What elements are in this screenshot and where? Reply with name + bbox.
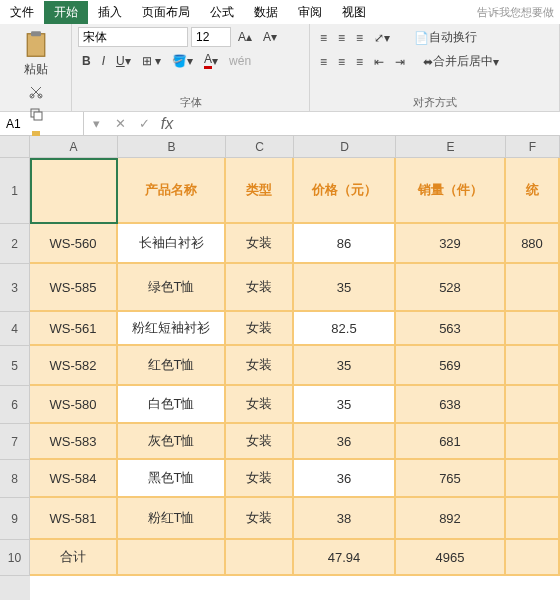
cancel-icon[interactable]: ✕ [108, 116, 132, 131]
fill-color-button[interactable]: 🪣▾ [168, 52, 197, 70]
cell[interactable]: WS-580 [30, 386, 118, 424]
cell[interactable]: WS-583 [30, 424, 118, 460]
border-button[interactable]: ⊞ ▾ [138, 52, 165, 70]
row-header[interactable]: 1 [0, 158, 30, 224]
row-header[interactable]: 3 [0, 264, 30, 312]
tab-view[interactable]: 视图 [332, 1, 376, 24]
cell[interactable] [506, 460, 560, 498]
col-header[interactable]: A [30, 136, 118, 158]
tab-formula[interactable]: 公式 [200, 1, 244, 24]
align-left-button[interactable]: ≡ [316, 53, 331, 71]
row-header[interactable]: 8 [0, 460, 30, 498]
underline-button[interactable]: U ▾ [112, 52, 135, 70]
cell[interactable]: 82.5 [294, 312, 396, 346]
cell[interactable]: 528 [396, 264, 506, 312]
cell[interactable] [118, 540, 226, 576]
cell[interactable]: WS-561 [30, 312, 118, 346]
row-header[interactable]: 6 [0, 386, 30, 424]
row-header[interactable]: 2 [0, 224, 30, 264]
cell[interactable] [506, 386, 560, 424]
cell[interactable] [226, 540, 294, 576]
cell[interactable] [506, 498, 560, 540]
phonetic-button[interactable]: wén [225, 52, 255, 70]
cell[interactable]: 563 [396, 312, 506, 346]
font-size-select[interactable]: 12 [191, 27, 231, 47]
indent-inc-button[interactable]: ⇥ [391, 53, 409, 71]
cell[interactable] [506, 264, 560, 312]
header-cell[interactable]: 类型 [226, 158, 294, 224]
cell[interactable]: 38 [294, 498, 396, 540]
cell[interactable]: 36 [294, 460, 396, 498]
merge-center-button[interactable]: ⬌合并后居中▾ [419, 51, 503, 72]
header-cell[interactable] [30, 158, 118, 224]
fx-icon[interactable]: fx [156, 115, 178, 133]
tab-insert[interactable]: 插入 [88, 1, 132, 24]
cell[interactable]: 35 [294, 264, 396, 312]
tab-layout[interactable]: 页面布局 [132, 1, 200, 24]
cell[interactable]: WS-585 [30, 264, 118, 312]
tab-home[interactable]: 开始 [44, 1, 88, 24]
cell[interactable]: 86 [294, 224, 396, 264]
orientation-button[interactable]: ⤢▾ [370, 29, 394, 47]
wrap-text-button[interactable]: 📄自动换行 [410, 27, 481, 48]
cell[interactable]: 长袖白衬衫 [118, 224, 226, 264]
cell[interactable]: WS-582 [30, 346, 118, 386]
header-cell[interactable]: 统 [506, 158, 560, 224]
cell[interactable]: 粉红短袖衬衫 [118, 312, 226, 346]
cell[interactable]: 女装 [226, 460, 294, 498]
dropdown-icon[interactable]: ▾ [84, 116, 108, 131]
cell[interactable]: 329 [396, 224, 506, 264]
header-cell[interactable]: 销量（件） [396, 158, 506, 224]
cell[interactable]: 女装 [226, 424, 294, 460]
cell[interactable]: 灰色T恤 [118, 424, 226, 460]
cell[interactable]: 合计 [30, 540, 118, 576]
align-center-button[interactable]: ≡ [334, 53, 349, 71]
col-header[interactable]: C [226, 136, 294, 158]
align-mid-button[interactable]: ≡ [334, 29, 349, 47]
bold-button[interactable]: B [78, 52, 95, 70]
cell[interactable]: 白色T恤 [118, 386, 226, 424]
col-header[interactable]: F [506, 136, 560, 158]
cell[interactable]: 681 [396, 424, 506, 460]
select-all-corner[interactable] [0, 136, 30, 158]
col-header[interactable]: B [118, 136, 226, 158]
cell[interactable]: 女装 [226, 312, 294, 346]
row-header[interactable]: 9 [0, 498, 30, 540]
cell[interactable] [506, 312, 560, 346]
cell[interactable] [506, 424, 560, 460]
cell[interactable]: 女装 [226, 386, 294, 424]
cell[interactable]: 女装 [226, 498, 294, 540]
align-top-button[interactable]: ≡ [316, 29, 331, 47]
row-header[interactable]: 5 [0, 346, 30, 386]
cell[interactable]: 4965 [396, 540, 506, 576]
cell[interactable]: 36 [294, 424, 396, 460]
align-bot-button[interactable]: ≡ [352, 29, 367, 47]
cell[interactable]: 女装 [226, 224, 294, 264]
font-family-select[interactable]: 宋体 [78, 27, 188, 47]
tab-file[interactable]: 文件 [0, 1, 44, 24]
cell[interactable]: 女装 [226, 346, 294, 386]
cell[interactable] [506, 540, 560, 576]
cell[interactable]: 892 [396, 498, 506, 540]
row-header[interactable]: 7 [0, 424, 30, 460]
cell[interactable] [506, 346, 560, 386]
cell[interactable]: 47.94 [294, 540, 396, 576]
cell[interactable]: 粉红T恤 [118, 498, 226, 540]
cut-button[interactable] [25, 83, 47, 101]
cell[interactable]: 35 [294, 386, 396, 424]
italic-button[interactable]: I [98, 52, 109, 70]
confirm-icon[interactable]: ✓ [132, 116, 156, 131]
cell[interactable]: 880 [506, 224, 560, 264]
cell[interactable]: 35 [294, 346, 396, 386]
decrease-font-button[interactable]: A▾ [259, 28, 281, 46]
row-header[interactable]: 4 [0, 312, 30, 346]
cell[interactable]: WS-560 [30, 224, 118, 264]
increase-font-button[interactable]: A▴ [234, 28, 256, 46]
paste-button[interactable]: 粘贴 [17, 27, 55, 80]
header-cell[interactable]: 产品名称 [118, 158, 226, 224]
tab-data[interactable]: 数据 [244, 1, 288, 24]
formula-input[interactable] [178, 112, 560, 135]
cell[interactable]: 黑色T恤 [118, 460, 226, 498]
tab-review[interactable]: 审阅 [288, 1, 332, 24]
header-cell[interactable]: 价格（元） [294, 158, 396, 224]
